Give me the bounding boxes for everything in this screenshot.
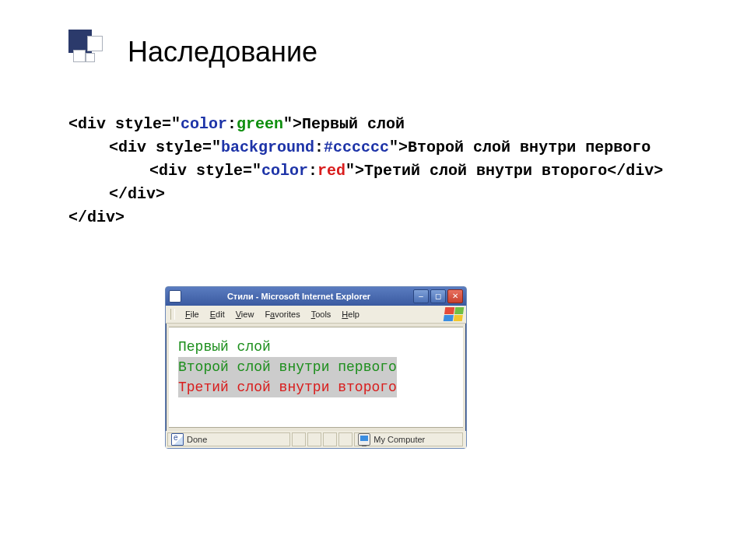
- status-gap-1: [292, 432, 306, 446]
- code-block: <div style="color:green">Первый слой <di…: [68, 113, 668, 229]
- computer-icon: [358, 433, 370, 446]
- ie-app-icon: [169, 290, 181, 303]
- maximize-button[interactable]: ◻: [430, 289, 446, 303]
- ie-content-area: Первый слой Второй слой внутри первого Т…: [169, 327, 463, 428]
- menu-file[interactable]: File: [180, 308, 205, 320]
- status-zone-label: My Computer: [374, 435, 425, 444]
- code-line-4: </div>: [68, 183, 668, 206]
- ie-window: Стили - Microsoft Internet Explorer – ◻ …: [165, 286, 467, 449]
- menu-favorites[interactable]: Favorites: [259, 308, 305, 320]
- slide: Наследование <div style="color:green">Пе…: [0, 0, 747, 560]
- menu-edit[interactable]: Edit: [205, 308, 230, 320]
- minimize-button[interactable]: –: [413, 289, 429, 303]
- windows-logo-icon: [444, 307, 465, 321]
- status-zone-cell: My Computer: [354, 432, 463, 446]
- slide-title: Наследование: [128, 36, 317, 68]
- menu-view[interactable]: View: [230, 308, 260, 320]
- rendered-line-1: Первый слой: [178, 337, 455, 357]
- status-done-cell: Done: [167, 432, 290, 446]
- slide-bullet-decoration: [68, 30, 106, 67]
- rendered-line-2: Второй слой внутри первого: [178, 357, 397, 377]
- ie-menubar: File Edit View Favorites Tools Help: [166, 306, 466, 324]
- status-gap-4: [338, 432, 352, 446]
- page-icon: [171, 433, 184, 446]
- status-gap-3: [323, 432, 337, 446]
- code-line-5: </div>: [68, 206, 668, 229]
- rendered-line-3: Третий слой внутри второго: [178, 377, 397, 397]
- status-done-label: Done: [187, 435, 207, 444]
- code-line-3: <div style="color:red">Третий слой внутр…: [68, 159, 668, 183]
- status-gap-2: [307, 432, 321, 446]
- menu-help[interactable]: Help: [336, 308, 365, 320]
- close-button[interactable]: ✕: [447, 289, 463, 303]
- ie-window-title: Стили - Microsoft Internet Explorer: [184, 292, 413, 301]
- toolbar-grip: [170, 309, 175, 320]
- code-line-1: <div style="color:green">Первый слой: [68, 113, 668, 136]
- menu-tools[interactable]: Tools: [306, 308, 337, 320]
- code-line-2: <div style="background:#cccccc">Второй с…: [68, 136, 668, 159]
- ie-titlebar: Стили - Microsoft Internet Explorer – ◻ …: [166, 287, 466, 306]
- ie-status-bar: Done My Computer: [166, 431, 466, 448]
